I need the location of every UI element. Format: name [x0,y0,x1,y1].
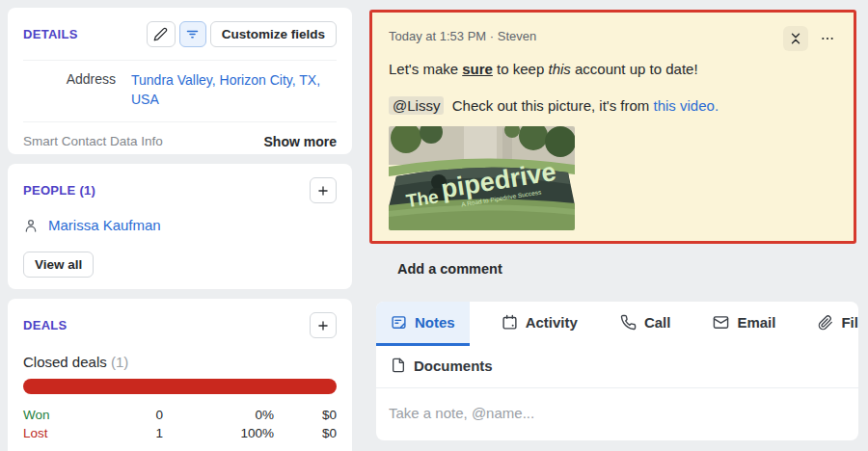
person-row: Marissa Kaufman [23,217,337,233]
person-name-link[interactable]: Marissa Kaufman [48,217,161,233]
tab-call-label: Call [644,314,671,331]
add-person-button[interactable] [310,177,337,203]
activity-tabs-panel: Notes Activity Call Email Files [376,302,858,440]
paperclip-icon [818,315,833,331]
tab-files-label: Files [841,314,858,331]
calendar-icon [502,314,518,331]
lost-percent: 100% [163,424,274,442]
video-link[interactable]: this video. [654,97,719,114]
deals-header: DEALS [23,299,337,338]
tab-email[interactable]: Email [698,302,790,346]
lost-label: Lost [23,424,81,442]
plus-icon [316,319,330,332]
highlighted-note-card: Today at 1:53 PM · Steven Let's make sur… [369,10,856,244]
tab-files[interactable]: Files [803,302,858,346]
tab-call[interactable]: Call [606,302,686,346]
address-row: Address Tundra Valley, Horizon City, TX,… [23,61,337,121]
envelope-icon [713,314,729,331]
won-percent: 0% [163,406,274,424]
note-image-thumbnail[interactable]: The pipedrive A Road to Pipedrive Succes… [389,126,575,230]
filter-button[interactable] [179,21,206,47]
tab-documents-label: Documents [414,358,493,374]
tab-notes-label: Notes [415,314,455,331]
note-timestamp: Today at 1:53 PM · Steven [389,26,536,43]
deals-title: DEALS [23,318,68,332]
ellipsis-icon [820,31,835,46]
phone-icon [620,314,637,331]
won-count: 0 [81,406,163,424]
note-text-line1: Let's make sure to keep this account up … [389,59,837,79]
tab-notes[interactable]: Notes [376,302,470,346]
details-card: DETAILS Customize fields Address Tundra … [8,8,352,154]
lost-count: 1 [81,424,163,442]
show-more-button[interactable]: Show more [264,134,337,149]
note-icon [391,314,407,331]
add-deal-button[interactable] [310,312,337,338]
deals-progress-bar [23,379,337,394]
add-comment-button[interactable]: Add a comment [397,261,502,277]
people-card: PEOPLE (1) Marissa Kaufman View all [8,164,352,289]
document-icon [391,358,406,373]
won-amount: $0 [274,406,337,424]
customize-fields-button[interactable]: Customize fields [210,21,337,47]
view-all-button[interactable]: View all [23,252,94,278]
smart-contact-label: Smart Contact Data Info [23,134,163,148]
tab-activity-label: Activity [526,314,578,331]
people-title: PEOPLE (1) [23,183,95,198]
note-header: Today at 1:53 PM · Steven [389,26,837,51]
note-text-line2: @Lissy Check out this picture, it's from… [389,97,837,114]
note-input[interactable] [389,405,846,421]
closed-deals-count: (1) [111,354,128,370]
deals-card: DEALS Closed deals (1) Won 0 0% $0 Lost … [8,299,352,451]
lost-amount: $0 [274,424,337,442]
edit-button[interactable] [147,21,176,47]
table-row: Won 0 0% $0 [23,406,337,424]
tab-row-1: Notes Activity Call Email Files [376,302,858,346]
plus-icon [316,184,330,198]
mention-chip[interactable]: @Lissy [389,96,444,115]
details-title: DETAILS [23,27,78,41]
smart-contact-row: Smart Contact Data Info Show more [23,122,337,161]
person-icon [23,218,39,233]
tab-email-label: Email [737,314,775,331]
filter-icon [185,27,200,41]
deals-table: Won 0 0% $0 Lost 1 100% $0 [23,406,337,442]
collapse-icon [789,32,802,45]
table-row: Lost 1 100% $0 [23,424,337,442]
collapse-note-button[interactable] [783,26,808,51]
address-value-link[interactable]: Tundra Valley, Horizon City, TX, USA [131,70,337,110]
people-header: PEOPLE (1) [23,164,337,203]
bold-underlined-text: sure [462,61,493,77]
italic-text: this [548,61,570,77]
tab-row-2: Documents [376,346,858,388]
pencil-icon [153,27,168,41]
won-label: Won [23,406,81,424]
closed-deals-label: Closed deals (1) [23,354,337,370]
more-options-button[interactable] [818,29,837,48]
note-composer [376,388,858,438]
tab-documents[interactable]: Documents [376,346,507,387]
details-header: DETAILS Customize fields [23,8,337,47]
tab-activity[interactable]: Activity [487,302,592,346]
address-label: Address [23,70,116,110]
